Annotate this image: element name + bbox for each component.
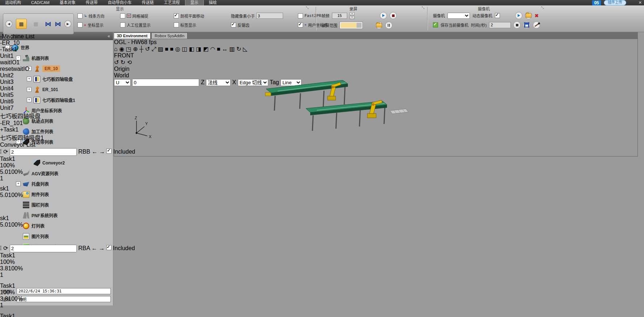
menu-bar: 运动机构 CAD/CAM 基本对象 传送带 自动导向小车 传送链 工艺流程 显示… — [0, 0, 644, 5]
menu-item-cadcam[interactable]: CAD/CAM — [26, 0, 55, 5]
record-stop-button[interactable] — [390, 12, 397, 19]
menu-item-basic-objects[interactable]: 基本对象 — [55, 0, 81, 5]
ptree-unit4[interactable]: Unit4 — [0, 85, 234, 92]
camera-dropdown[interactable] — [447, 13, 470, 19]
shift-left-button[interactable]: ← — [92, 245, 97, 251]
mirror-alt-icon[interactable]: ⋈ — [55, 20, 61, 28]
dynamic-camera-checkbox[interactable] — [495, 13, 500, 18]
task-block[interactable]: sk1 5.0100% — [0, 215, 12, 245]
fastzpr-checkbox[interactable] — [298, 13, 303, 18]
scroll-right-button[interactable]: ▶ — [64, 20, 71, 27]
manual-position-checkbox[interactable] — [120, 22, 125, 27]
record-pause-button[interactable] — [385, 22, 392, 29]
ptree-waitio1[interactable]: waitIO1 — [0, 59, 234, 66]
line-direction-checkbox[interactable] — [77, 13, 83, 18]
check-manual-position: 人工位置显示 — [120, 22, 174, 28]
camera-save-button[interactable] — [523, 21, 530, 29]
row1-count-input[interactable] — [10, 148, 77, 156]
process-flow-panel: 工艺流程 ‹ 25.60 Camera Off ⟳ < > ✖ ✖T ✖L ||… — [0, 0, 234, 317]
save-camera-label: 保存当前摄像机 — [441, 22, 468, 28]
ptree-conveyor-list[interactable]: Conveyor List — [0, 142, 234, 148]
menu-item-process[interactable]: 工艺流程 — [159, 0, 185, 5]
row2-badge: RBA — [78, 245, 90, 251]
ribbon-toolbar: ◀ ▦ ▦ ⋈ ⋈ ▶ 显示 ⤡ ↳ 线条方向 W 网格捕捉 剖视平面移动 — [0, 5, 644, 32]
ptree-unit6[interactable]: Unit6 — [0, 98, 234, 105]
shift-left-button[interactable]: ← — [92, 149, 98, 155]
ptree-er10[interactable]: -ER_10 — [0, 40, 234, 46]
row-refresh-icon[interactable]: ⟳ — [3, 245, 8, 251]
record-open-button[interactable] — [375, 22, 383, 29]
task-block[interactable]: Task1 100% 3.8100% 1 — [0, 283, 18, 313]
layout-grid-button[interactable]: ▦ — [16, 19, 27, 29]
mirror-icon[interactable]: ⋈ — [45, 20, 51, 28]
ptree-unit2[interactable]: Unit2 — [0, 72, 234, 79]
ptree-unit5[interactable]: Unit5 — [0, 92, 234, 98]
fps-input[interactable] — [332, 13, 347, 19]
camera-group-expand-icon[interactable]: ⤡ — [541, 6, 544, 10]
camera-brush-button[interactable] — [533, 21, 540, 29]
camera-stop-button[interactable] — [513, 21, 521, 29]
ptree-gripper1[interactable]: 七巧板四轴吸盘1 — [0, 133, 234, 142]
camera-play-button[interactable] — [515, 12, 522, 19]
record-group-expand-icon[interactable]: ⤡ — [422, 6, 424, 10]
save-camera-checkbox[interactable] — [433, 22, 438, 27]
included-checkbox[interactable] — [106, 149, 111, 154]
ptree-unit1[interactable]: Unit1 — [0, 53, 234, 59]
ptree-unit3[interactable]: Unit3 — [0, 79, 234, 85]
ptree-gripper[interactable]: 七巧板四轴吸盘 — [0, 111, 234, 120]
check-section-move: 剖视平面移动 — [174, 13, 231, 19]
shift-right-button[interactable]: → — [99, 149, 105, 155]
dynamic-camera-label: 动态摄像机 — [472, 13, 492, 18]
display-group-expand-icon[interactable]: ⤡ — [306, 6, 308, 10]
group-title-camera: 摄像机 — [478, 6, 490, 12]
user-frame-checkbox[interactable] — [298, 22, 303, 27]
camera-open-button[interactable] — [525, 12, 532, 19]
included-toggle[interactable]: Included — [106, 245, 135, 251]
row1-badge: RBB — [78, 149, 90, 155]
record-range-swatch[interactable] — [340, 22, 362, 29]
group-separator — [316, 7, 316, 30]
close-icon[interactable]: ✕ — [639, 0, 642, 5]
process-body: -World -Machine List -ER_10 -Task1 Unit1… — [0, 27, 234, 317]
row-refresh-icon[interactable]: ⟳ — [3, 149, 8, 155]
camera-delete-icon[interactable]: ✖ — [535, 13, 539, 18]
ptree-er101[interactable]: -ER_101 — [0, 120, 234, 127]
menu-item-display[interactable]: 显示 — [185, 0, 204, 5]
ptree-task1-er101[interactable]: +Task1 — [0, 127, 234, 133]
included-checkbox[interactable] — [106, 245, 111, 250]
menu-item-motion[interactable]: 运动机构 — [0, 0, 26, 5]
task-block[interactable]: Task1 100% 3.8100% 1 — [0, 252, 18, 283]
group-title-record: 录屏 — [349, 6, 357, 12]
scroll-left-button[interactable]: ◀ — [5, 20, 12, 27]
menu-item-conveyor[interactable]: 传送带 — [81, 0, 103, 5]
record-play-button[interactable] — [380, 12, 387, 19]
hide-pixel-input[interactable] — [256, 13, 283, 19]
shift-right-button[interactable]: → — [99, 245, 105, 251]
menu-item-agv[interactable]: 自动导向小车 — [103, 0, 137, 5]
coord-display-checkbox[interactable] — [77, 22, 83, 27]
task-block[interactable]: sk1 5.0100% — [0, 185, 12, 215]
ptree-task1[interactable]: -Task1 — [0, 46, 234, 53]
task-timeline-area: ⁞ ⟳ RBB ← → Included — [0, 148, 234, 317]
drag-handle-icon[interactable]: ⁞ — [0, 245, 1, 251]
task-block[interactable]: Task1 100% 5.0100% 1 — [0, 156, 16, 185]
camera-time-input[interactable] — [489, 22, 511, 28]
task-block[interactable]: Task1 100% 3.8100% 1 — [0, 313, 18, 317]
grid-snap-checkbox[interactable] — [120, 13, 125, 18]
percent-strip: 100% — [0, 289, 18, 296]
drag-handle-icon[interactable]: ⁞ — [0, 149, 1, 155]
menu-item-chain[interactable]: 传送链 — [137, 0, 159, 5]
label-display-checkbox[interactable] — [174, 22, 179, 27]
section-move-checkbox[interactable] — [174, 13, 179, 18]
pallet-graphic — [390, 109, 408, 114]
row2-count-input[interactable] — [10, 245, 77, 252]
quick-access-panel: ◀ ▦ ▦ ⋈ ⋈ ▶ — [3, 13, 74, 34]
ptree-unit7[interactable]: Unit7 — [0, 105, 234, 111]
fps-label: 帧频 — [321, 13, 329, 18]
antialias-checkbox[interactable] — [231, 22, 236, 27]
upload-button[interactable]: 插件上传 — [604, 0, 626, 5]
ptree-resetwaitio[interactable]: resetwaitIO — [0, 66, 234, 72]
included-toggle[interactable]: Included — [106, 149, 135, 155]
menu-item-draw[interactable]: 描绘 — [204, 0, 222, 5]
fps-spinner[interactable]: ▲▼ — [350, 12, 354, 19]
